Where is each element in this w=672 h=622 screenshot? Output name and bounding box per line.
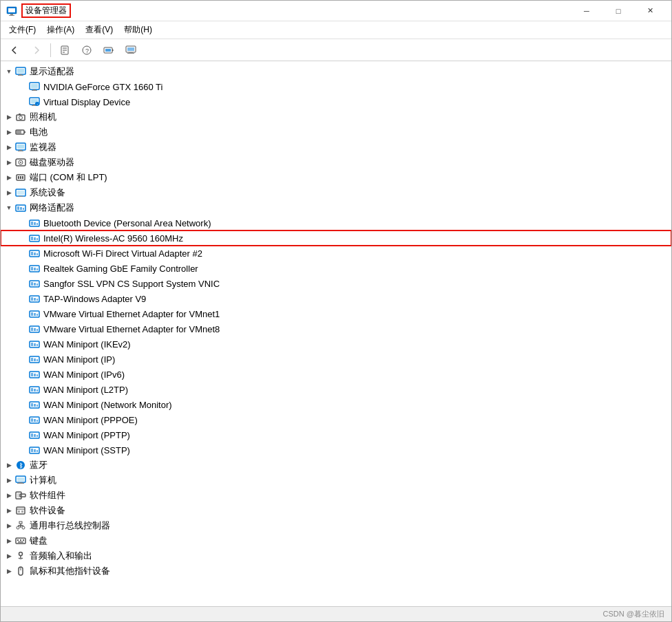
mouse-icon bbox=[14, 565, 27, 577]
tree-item-wan-sstp[interactable]: WAN Miniport (SSTP) bbox=[1, 442, 671, 458]
expand-network-adapters[interactable]: ▼ bbox=[3, 202, 14, 213]
tree-item-vmware-vmnet1[interactable]: VMware Virtual Ethernet Adapter for VMne… bbox=[1, 306, 671, 321]
help-icon: ? bbox=[82, 45, 92, 55]
camera-icon bbox=[14, 111, 27, 123]
svg-rect-103 bbox=[31, 403, 33, 407]
menu-action[interactable]: 操作(A) bbox=[41, 23, 80, 37]
tree-item-keyboard[interactable]: ▶ 键盘 bbox=[1, 533, 671, 548]
tree-item-system[interactable]: ▶ 系统设备 bbox=[1, 185, 671, 200]
bluetooth-icon: ᛒ bbox=[14, 459, 27, 471]
tree-item-monitor[interactable]: ▶ 监视器 bbox=[1, 140, 671, 155]
svg-rect-107 bbox=[31, 418, 33, 422]
tree-item-bluetooth[interactable]: ▶ ᛒ 蓝牙 bbox=[1, 458, 671, 473]
svg-rect-85 bbox=[36, 329, 38, 331]
tree-item-intel-wireless[interactable]: Intel(R) Wireless-AC 9560 160MHz bbox=[1, 230, 671, 246]
help-button[interactable]: ? bbox=[77, 42, 96, 58]
menu-file[interactable]: 文件(F) bbox=[3, 23, 41, 37]
window-icon bbox=[6, 6, 17, 17]
tree-item-bluetooth-device[interactable]: Bluetooth Device (Personal Area Network) bbox=[1, 215, 671, 230]
svg-rect-13 bbox=[127, 47, 134, 51]
tree-item-audio[interactable]: ▶ 音频输入和输出 bbox=[1, 548, 671, 564]
tree-item-software-devices[interactable]: ▶ 软件设备 bbox=[1, 503, 671, 518]
expand-keyboard[interactable]: ▶ bbox=[3, 535, 14, 546]
tree-item-wan-l2tp[interactable]: WAN Miniport (L2TP) bbox=[1, 382, 671, 397]
tree-item-wan-pppoe[interactable]: WAN Miniport (PPPOE) bbox=[1, 412, 671, 427]
title-bar-buttons: ─ □ ✕ bbox=[571, 1, 666, 21]
tree-item-ms-wifi-direct[interactable]: Microsoft Wi-Fi Direct Virtual Adapter #… bbox=[1, 246, 671, 261]
expand-monitor[interactable]: ▶ bbox=[3, 142, 14, 153]
expand-audio[interactable]: ▶ bbox=[3, 550, 14, 561]
wan-pppoe-icon bbox=[28, 414, 41, 426]
tree-item-vmware-vmnet8[interactable]: VMware Virtual Ethernet Adapter for VMne… bbox=[1, 321, 671, 336]
tree-item-port[interactable]: ▶ 端口 (COM 和 LPT) bbox=[1, 170, 671, 185]
software-devices-label: 软件设备 bbox=[30, 504, 65, 517]
tree-item-virtual-display[interactable]: ✓ Virtual Display Device bbox=[1, 94, 671, 109]
svg-rect-96 bbox=[34, 374, 36, 376]
expand-camera[interactable]: ▶ bbox=[3, 111, 14, 122]
computer-button[interactable] bbox=[121, 42, 140, 58]
expand-display-adapters[interactable]: ▼ bbox=[3, 66, 14, 77]
tree-item-software-components[interactable]: ▶ 软件组件 bbox=[1, 488, 671, 503]
minimize-button[interactable]: ─ bbox=[571, 1, 602, 21]
tree-item-usb-controller[interactable]: ▶ 通用串行总线控制器 bbox=[1, 518, 671, 533]
svg-rect-89 bbox=[36, 344, 38, 346]
svg-rect-93 bbox=[36, 359, 38, 361]
system-icon bbox=[14, 186, 27, 199]
svg-rect-139 bbox=[23, 539, 24, 541]
expand-software-components[interactable]: ▶ bbox=[3, 490, 14, 501]
vmware-vmnet1-label: VMware Virtual Ethernet Adapter for VMne… bbox=[43, 309, 220, 319]
svg-rect-23 bbox=[32, 90, 37, 91]
tree-item-battery[interactable]: ▶ 电池 bbox=[1, 125, 671, 140]
virtual-display-label: Virtual Display Device bbox=[43, 97, 130, 107]
expand-bluetooth[interactable]: ▶ bbox=[3, 460, 14, 471]
device-tree[interactable]: ▼ 显示适配器 NVIDIA GeForce GTX 1660 Ti ✓ bbox=[1, 61, 671, 606]
expand-battery[interactable]: ▶ bbox=[3, 127, 14, 138]
mouse-label: 鼠标和其他指针设备 bbox=[30, 565, 110, 577]
toolbar-separator-1 bbox=[50, 43, 51, 57]
expand-system[interactable]: ▶ bbox=[3, 187, 14, 198]
expand-computer[interactable]: ▶ bbox=[3, 475, 14, 486]
maximize-button[interactable]: □ bbox=[602, 1, 634, 21]
tree-item-display-adapters[interactable]: ▼ 显示适配器 bbox=[1, 64, 671, 79]
expand-usb-controller[interactable]: ▶ bbox=[3, 520, 14, 531]
update-driver-button[interactable] bbox=[99, 42, 118, 58]
tree-item-disk[interactable]: ▶ 磁盘驱动器 bbox=[1, 155, 671, 170]
menu-help[interactable]: 帮助(H) bbox=[118, 23, 158, 37]
tree-item-wan-ip[interactable]: WAN Miniport (IP) bbox=[1, 352, 671, 367]
expand-software-devices[interactable]: ▶ bbox=[3, 505, 14, 516]
properties-button[interactable] bbox=[55, 42, 74, 58]
tree-item-wan-ikev2[interactable]: WAN Miniport (IKEv2) bbox=[1, 336, 671, 352]
main-content: ▼ 显示适配器 NVIDIA GeForce GTX 1660 Ti ✓ bbox=[1, 61, 671, 606]
tree-item-camera[interactable]: ▶ 照相机 bbox=[1, 109, 671, 125]
device-manager-window: 设备管理器 ─ □ ✕ 文件(F) 操作(A) 查看(V) 帮助(H) bbox=[0, 0, 672, 622]
tree-item-tap-windows[interactable]: TAP-Windows Adapter V9 bbox=[1, 291, 671, 306]
tree-item-wan-pptp[interactable]: WAN Miniport (PPTP) bbox=[1, 427, 671, 442]
vmware-vmnet1-icon bbox=[28, 308, 41, 320]
tree-item-mouse[interactable]: ▶ 鼠标和其他指针设备 bbox=[1, 564, 671, 579]
tree-item-wan-ipv6[interactable]: WAN Miniport (IPv6) bbox=[1, 367, 671, 382]
svg-rect-76 bbox=[34, 298, 36, 301]
svg-rect-130 bbox=[21, 511, 23, 513]
expand-disk[interactable]: ▶ bbox=[3, 157, 14, 168]
monitor-icon bbox=[14, 141, 27, 153]
menu-view[interactable]: 查看(V) bbox=[80, 23, 118, 37]
forward-button[interactable] bbox=[27, 42, 46, 58]
expand-port[interactable]: ▶ bbox=[3, 172, 14, 183]
svg-rect-15 bbox=[127, 53, 134, 54]
tree-item-network-adapters[interactable]: ▼ 网络适配器 bbox=[1, 200, 671, 215]
svg-rect-81 bbox=[36, 314, 38, 316]
tree-item-computer[interactable]: ▶ 计算机 bbox=[1, 473, 671, 488]
tree-item-sangfor-vpn[interactable]: Sangfor SSL VPN CS Support System VNIC bbox=[1, 276, 671, 291]
expand-mouse[interactable]: ▶ bbox=[3, 566, 14, 577]
wan-ikev2-icon bbox=[28, 338, 41, 350]
tree-item-realtek-gaming[interactable]: Realtek Gaming GbE Family Controller bbox=[1, 261, 671, 276]
window-title: 设备管理器 bbox=[21, 3, 71, 18]
svg-rect-37 bbox=[17, 144, 24, 149]
tree-item-wan-network-monitor[interactable]: WAN Miniport (Network Monitor) bbox=[1, 397, 671, 412]
svg-point-141 bbox=[19, 553, 23, 556]
back-button[interactable] bbox=[5, 42, 24, 58]
tree-item-nvidia[interactable]: NVIDIA GeForce GTX 1660 Ti bbox=[1, 79, 671, 94]
close-button[interactable]: ✕ bbox=[634, 1, 666, 21]
svg-rect-22 bbox=[33, 89, 36, 90]
svg-rect-75 bbox=[31, 297, 33, 301]
